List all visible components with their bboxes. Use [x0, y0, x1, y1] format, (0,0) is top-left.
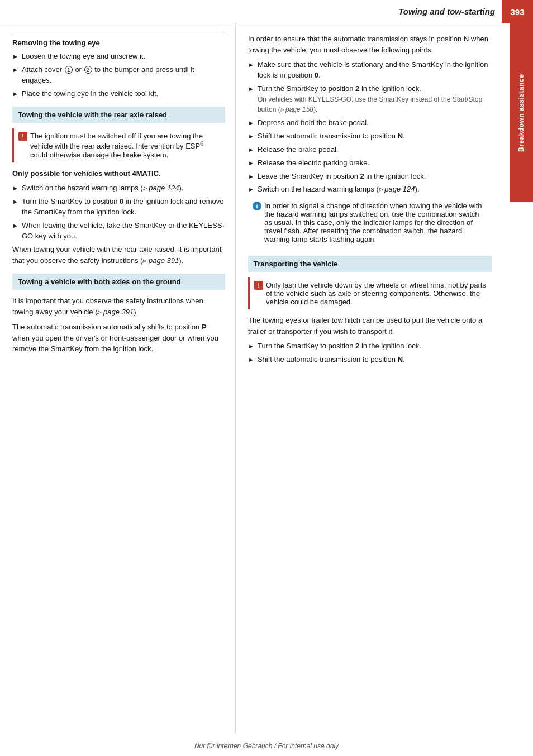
- warning-content: ! Only lash the vehicle down by the whee…: [254, 281, 487, 306]
- warning-text: The ignition must be switched off if you…: [30, 132, 221, 159]
- transporting-warning: ! Only lash the vehicle down by the whee…: [248, 277, 492, 309]
- header-bar: Towing and tow-starting 393: [0, 0, 533, 23]
- removing-towing-eye-heading: Removing the towing eye: [12, 39, 225, 47]
- bullet-arrow-icon: ►: [248, 185, 254, 194]
- bullet-text: Attach cover 1 or 2 to the bumper and pr…: [22, 65, 225, 86]
- bullet-text: Leave the SmartKey in position 2 in the …: [258, 171, 492, 182]
- bullet-arrow-icon: ►: [248, 159, 254, 168]
- info-icon: i: [253, 202, 261, 210]
- list-item: ► Depress and hold the brake pedal.: [248, 118, 492, 128]
- bullet-arrow-icon: ►: [248, 132, 254, 141]
- bullet-arrow-icon: ►: [248, 85, 254, 94]
- towing-both-axles-heading: Towing a vehicle with both axles on the …: [18, 277, 181, 286]
- towing-rear-axle-heading: Towing the vehicle with the rear axle ra…: [18, 111, 167, 119]
- towing-rear-axle-paragraph: When towing your vehicle with the rear a…: [12, 244, 225, 266]
- bullet-text: Make sure that the vehicle is stationary…: [258, 60, 492, 81]
- bullet-arrow-icon: ►: [248, 119, 254, 128]
- bullet-arrow-icon: ►: [12, 222, 18, 231]
- transporting-vehicle-box: Transporting the vehicle: [248, 256, 492, 272]
- bullet-arrow-icon: ►: [248, 146, 254, 155]
- towing-both-axles-para2: The automatic transmission automatically…: [12, 322, 225, 355]
- list-item: ► When leaving the vehicle, take the Sma…: [12, 221, 225, 242]
- info-box: i In order to signal a change of directi…: [248, 198, 492, 247]
- bullet-text: Loosen the towing eye and unscrew it.: [22, 51, 225, 62]
- list-item: ► Release the brake pedal.: [248, 145, 492, 155]
- bullet-text: Place the towing eye in the vehicle tool…: [22, 89, 225, 99]
- side-tab-breakdown: Breakdown assistance: [510, 23, 533, 202]
- bullet-text: When leaving the vehicle, take the Smart…: [22, 221, 225, 242]
- transporting-list: ► Turn the SmartKey to position 2 in the…: [248, 341, 492, 365]
- list-item: ► Switch on the hazard warning lamps (▹ …: [248, 184, 492, 195]
- page-container: Towing and tow-starting 393 Breakdown as…: [0, 0, 533, 756]
- bullet-arrow-icon: ►: [248, 342, 254, 351]
- list-item: ► Shift the automatic transmission to po…: [248, 131, 492, 142]
- circle-num-2: 2: [84, 66, 92, 74]
- transporting-vehicle-heading: Transporting the vehicle: [254, 260, 337, 268]
- warning-text: Only lash the vehicle down by the wheels…: [266, 281, 487, 306]
- bullet-arrow-icon: ►: [12, 66, 18, 75]
- list-item: ► Turn the SmartKey to position 2 in the…: [248, 341, 492, 352]
- list-item: ► Release the electric parking brake.: [248, 158, 492, 169]
- bullet-arrow-icon: ►: [12, 52, 18, 61]
- left-column: Removing the towing eye ► Loosen the tow…: [0, 23, 236, 734]
- bullet-text: Release the brake pedal.: [258, 145, 492, 155]
- page-title: Towing and tow-starting: [398, 7, 495, 16]
- side-tab-label: Breakdown assistance: [517, 74, 525, 151]
- bullet-text: Turn the SmartKey to position 2 in the i…: [258, 84, 492, 116]
- right-column: In order to ensure that the automatic tr…: [236, 23, 502, 734]
- removing-towing-eye-section: Removing the towing eye ► Loosen the tow…: [12, 34, 225, 99]
- bullet-arrow-icon: ►: [248, 173, 254, 181]
- list-item: ► Make sure that the vehicle is stationa…: [248, 60, 492, 81]
- removing-towing-eye-list: ► Loosen the towing eye and unscrew it. …: [12, 51, 225, 99]
- list-item: ► Switch on the hazard warning lamps (▹ …: [12, 183, 225, 194]
- bullet-text: Turn the SmartKey to position 2 in the i…: [258, 341, 492, 352]
- bullet-arrow-icon: ►: [12, 198, 18, 207]
- towing-rear-axle-warning: ! The ignition must be switched off if y…: [12, 128, 225, 162]
- bullet-text: Turn the SmartKey to position 0 in the i…: [22, 197, 225, 218]
- info-content: i In order to signal a change of directi…: [253, 202, 487, 243]
- towing-both-axles-para1: It is important that you observe the saf…: [12, 295, 225, 317]
- footer: Nur für internen Gebrauch / For internal…: [0, 735, 533, 756]
- list-item: ► Loosen the towing eye and unscrew it.: [12, 51, 225, 62]
- bullet-text: Shift the automatic transmission to posi…: [258, 131, 492, 142]
- keyless-go-note: On vehicles with KEYLESS-GO, use the Sma…: [258, 95, 482, 114]
- auto-transmission-intro: In order to ensure that the automatic tr…: [248, 34, 492, 55]
- warning-icon: !: [254, 281, 263, 290]
- list-item: ► Attach cover 1 or 2 to the bumper and …: [12, 65, 225, 86]
- page-number: 393: [502, 0, 533, 23]
- header-title-area: Towing and tow-starting: [0, 0, 502, 23]
- list-item: ► Shift the automatic transmission to po…: [248, 355, 492, 365]
- towing-rear-axle-box: Towing the vehicle with the rear axle ra…: [12, 107, 225, 123]
- list-item: ► Turn the SmartKey to position 2 in the…: [248, 84, 492, 116]
- warning-icon: !: [18, 132, 27, 141]
- towing-both-axles-section: Towing a vehicle with both axles on the …: [12, 274, 225, 355]
- bullet-arrow-icon: ►: [248, 61, 254, 70]
- main-content: Removing the towing eye ► Loosen the tow…: [0, 23, 502, 734]
- bullet-arrow-icon: ►: [12, 90, 18, 99]
- bullet-text: Shift the automatic transmission to posi…: [258, 355, 492, 365]
- bullet-arrow-icon: ►: [248, 356, 254, 365]
- bullet-arrow-icon: ►: [12, 184, 18, 193]
- list-item: ► Place the towing eye in the vehicle to…: [12, 89, 225, 99]
- bullet-text: Depress and hold the brake pedal.: [258, 118, 492, 128]
- auto-transmission-list: ► Make sure that the vehicle is stationa…: [248, 60, 492, 195]
- list-item: ► Leave the SmartKey in position 2 in th…: [248, 171, 492, 182]
- transporting-paragraph: The towing eyes or trailer tow hitch can…: [248, 315, 492, 337]
- footer-text: Nur für internen Gebrauch / For internal…: [194, 742, 339, 750]
- list-item: ► Turn the SmartKey to position 0 in the…: [12, 197, 225, 218]
- towing-both-axles-box: Towing a vehicle with both axles on the …: [12, 274, 225, 290]
- bullet-text: Switch on the hazard warning lamps (▹ pa…: [258, 184, 492, 195]
- circle-num-1: 1: [65, 66, 73, 74]
- transporting-vehicle-section: Transporting the vehicle ! Only lash the…: [248, 256, 492, 365]
- towing-rear-axle-list: ► Switch on the hazard warning lamps (▹ …: [12, 183, 225, 241]
- warning-content: ! The ignition must be switched off if y…: [18, 132, 221, 159]
- towing-rear-axle-section: Towing the vehicle with the rear axle ra…: [12, 107, 225, 266]
- only-possible-heading: Only possible for vehicles without 4MATI…: [12, 168, 225, 179]
- bullet-text: Switch on the hazard warning lamps (▹ pa…: [22, 183, 225, 194]
- bullet-text: Release the electric parking brake.: [258, 158, 492, 169]
- info-text: In order to signal a change of direction…: [264, 202, 487, 243]
